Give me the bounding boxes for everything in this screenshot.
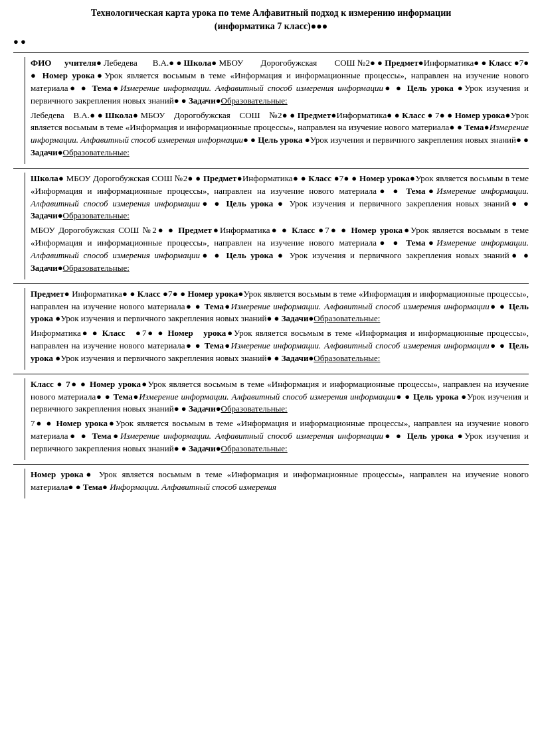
section-nomer-p1: Номер урока● Урок является восьмым в тем… [31,469,529,494]
section-predmet: Предмет● Информатика● ● Класс ●7● ● Номе… [13,288,529,370]
section-left-bar [13,57,25,164]
section-klass: Класс ● 7● ● Номер урока●Урок является в… [13,378,529,460]
section-predmet-content: Предмет● Информатика● ● Класс ●7● ● Номе… [31,288,529,370]
section-shkola-content: Школа● МБОУ Дорогобужская СОШ №2● ● Пред… [31,173,529,279]
section-predmet-p1: Предмет● Информатика● ● Класс ●7● ● Номе… [31,288,529,326]
section-left-bar-4 [13,378,25,460]
section-klass-content: Класс ● 7● ● Номер урока●Урок является в… [31,378,529,460]
divider-2 [13,283,529,284]
divider-3 [13,374,529,374]
section-shkola-p1: Школа● МБОУ Дорогобужская СОШ №2● ● Пред… [31,173,529,222]
section-nomer-content: Номер урока● Урок является восьмым в тем… [31,469,529,498]
section-left-bar-5 [13,469,25,498]
divider-4 [13,464,529,465]
section-shkola-p2: МБОУ Дорогобужская СОШ №2● ● Предмет●Инф… [31,224,529,274]
section-fio-content: ФИО учителя● Лебедева В.А.● ● Школа● МБО… [31,57,529,164]
section-fio-p1: ФИО учителя● Лебедева В.А.● ● Школа● МБО… [31,57,529,107]
top-bullets: ● ● [13,37,26,46]
section-nomer: Номер урока● Урок является восьмым в тем… [13,469,529,498]
divider-top [13,52,529,53]
section-left-bar-2 [13,173,25,279]
section-shkola: Школа● МБОУ Дорогобужская СОШ №2● ● Пред… [13,173,529,279]
page-title: Технологическая карта урока по теме Алфа… [13,7,529,33]
section-klass-p1: Класс ● 7● ● Номер урока●Урок является в… [31,378,529,416]
section-left-bar-3 [13,288,25,370]
section-fio: ФИО учителя● Лебедева В.А.● ● Школа● МБО… [13,57,529,164]
section-klass-p2: 7● ● Номер урока●Урок является восьмым в… [31,417,529,455]
section-fio-p2: Лебедева В.А.● ● Школа● МБОУ Дорогобужск… [31,110,529,159]
section-predmet-p2: Информатика● ● Класс ●7● ● Номер урока●У… [31,327,529,365]
divider-1 [13,168,529,169]
